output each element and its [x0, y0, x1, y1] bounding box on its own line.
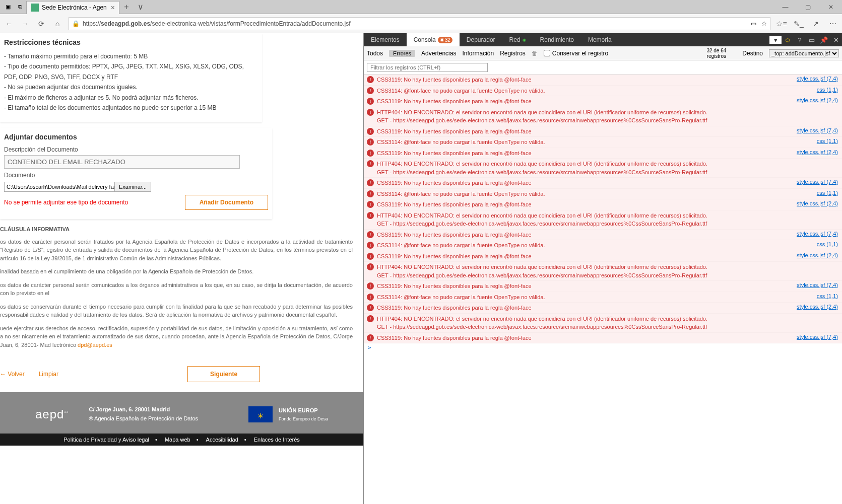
refresh-button[interactable]: ⟳	[36, 19, 46, 29]
minimize-button[interactable]: —	[774, 0, 797, 14]
filter-input[interactable]	[367, 63, 488, 72]
email-link[interactable]: dpd@aepd.es	[78, 342, 112, 348]
browse-button[interactable]: Examinar...	[115, 182, 151, 192]
destination-select[interactable]: _top: addDocumento.jsf	[769, 49, 839, 57]
reading-view-icon[interactable]: ▭	[751, 20, 756, 27]
log-source-link[interactable]: css (1,1)	[817, 190, 838, 196]
home-button[interactable]: ⌂	[52, 19, 62, 29]
clear-link[interactable]: Limpiar	[39, 371, 58, 378]
filter-todos[interactable]: Todos	[367, 50, 383, 57]
console-log-row[interactable]: !CSS3119: No hay fuentes disponibles par…	[364, 178, 842, 189]
log-source-link[interactable]: style.css.jsf (7,4)	[797, 231, 838, 237]
log-source-link[interactable]: style.css.jsf (7,4)	[797, 282, 838, 288]
file-path-input[interactable]: C:\Users\oscarh\Downloads\Mail delivery …	[4, 182, 115, 192]
console-prompt[interactable]: >	[364, 343, 842, 352]
browser-tab[interactable]: Sede Electrónica - Agen ×	[26, 1, 119, 14]
console-log-row[interactable]: !CSS3119: No hay fuentes disponibles par…	[364, 333, 842, 344]
address-bar[interactable]: 🔒 https://sedeagpd.gob.es/sede-electroni…	[69, 17, 770, 30]
chevron-down-icon[interactable]: ▾	[769, 36, 782, 44]
window-system-icon[interactable]: ▣	[2, 2, 14, 13]
legal-text: os datos de carácter personal serán trat…	[0, 238, 353, 263]
back-link[interactable]: ← Volver	[0, 371, 25, 378]
console-log-row[interactable]: !CSS3119: No hay fuentes disponibles par…	[364, 148, 842, 159]
console-log-row[interactable]: !CSS3114: @font-face no pudo cargar la f…	[364, 86, 842, 97]
console-output[interactable]: !CSS3119: No hay fuentes disponibles par…	[364, 75, 842, 504]
description-input[interactable]	[4, 155, 240, 169]
log-source-link[interactable]: style.css.jsf (7,4)	[797, 334, 838, 340]
footer-link[interactable]: Enlaces de Interés	[254, 437, 300, 443]
back-button[interactable]: ←	[4, 19, 14, 29]
add-document-button[interactable]: Añadir Documento	[185, 195, 268, 210]
page-content[interactable]: Restricciones técnicas - Tamaño máximo p…	[0, 33, 363, 504]
filter-errores[interactable]: Errores	[389, 50, 415, 57]
filter-registros[interactable]: Registros	[500, 50, 526, 57]
error-icon: !	[367, 109, 374, 116]
console-log-row[interactable]: !CSS3114: @font-face no pudo cargar la f…	[364, 292, 842, 303]
log-source-link[interactable]: style.css.jsf (7,4)	[797, 179, 838, 185]
log-source-link[interactable]: style.css.jsf (7,4)	[797, 127, 838, 133]
tab-elementos[interactable]: Elementos	[364, 33, 407, 46]
favorite-icon[interactable]: ☆	[761, 20, 767, 27]
dock-icon[interactable]: ▭	[806, 36, 818, 44]
filter-advertencias[interactable]: Advertencias	[421, 50, 456, 57]
error-icon: !	[367, 138, 374, 146]
tab-depurador[interactable]: Depurador	[460, 33, 502, 46]
console-log-row[interactable]: !CSS3114: @font-face no pudo cargar la f…	[364, 137, 842, 148]
console-log-row[interactable]: !CSS3119: No hay fuentes disponibles par…	[364, 251, 842, 262]
console-log-row[interactable]: !CSS3119: No hay fuentes disponibles par…	[364, 199, 842, 210]
footer-link[interactable]: Política de Privacidad y Aviso legal	[63, 437, 149, 443]
help-icon[interactable]: ?	[794, 36, 806, 44]
close-icon[interactable]: ×	[111, 4, 115, 12]
console-log-row[interactable]: !CSS3119: No hay fuentes disponibles par…	[364, 75, 842, 86]
log-source-link[interactable]: style.css.jsf (2,4)	[797, 304, 838, 310]
console-log-row[interactable]: !HTTP404: NO ENCONTRADO: el servidor no …	[364, 107, 842, 126]
new-tab-button[interactable]: +	[119, 3, 134, 12]
feedback-icon[interactable]: ☺	[782, 36, 794, 44]
close-devtools-icon[interactable]: ✕	[830, 36, 842, 44]
favorites-icon[interactable]: ☆≡	[776, 19, 787, 29]
forward-button[interactable]: →	[20, 19, 30, 29]
console-log-row[interactable]: !HTTP404: NO ENCONTRADO: el servidor no …	[364, 210, 842, 230]
log-source-link[interactable]: css (1,1)	[817, 241, 838, 247]
log-source-link[interactable]: style.css.jsf (2,4)	[797, 149, 838, 155]
next-button[interactable]: Siguiente	[187, 366, 260, 382]
console-log-row[interactable]: !CSS3114: @font-face no pudo cargar la f…	[364, 189, 842, 200]
share-icon[interactable]: ↗	[811, 19, 821, 29]
tab-consola[interactable]: Consola ✖32	[407, 33, 460, 46]
log-source-link[interactable]: style.css.jsf (2,4)	[797, 97, 838, 103]
console-log-row[interactable]: !CSS3119: No hay fuentes disponibles par…	[364, 281, 842, 292]
log-source-link[interactable]: css (1,1)	[817, 138, 838, 144]
console-log-row[interactable]: !CSS3114: @font-face no pudo cargar la f…	[364, 240, 842, 251]
clear-console-icon[interactable]: 🗑	[532, 50, 538, 57]
log-source-link[interactable]: style.css.jsf (2,4)	[797, 200, 838, 206]
console-log-row[interactable]: !CSS3119: No hay fuentes disponibles par…	[364, 96, 842, 107]
console-log-row[interactable]: !HTTP404: NO ENCONTRADO: el servidor no …	[364, 159, 842, 178]
maximize-button[interactable]: ▢	[797, 0, 819, 14]
console-log-row[interactable]: !CSS3119: No hay fuentes disponibles par…	[364, 230, 842, 241]
error-icon: !	[367, 179, 374, 186]
filter-informacion[interactable]: Información	[462, 50, 494, 57]
form-actions: ← Volver Limpiar Siguiente	[0, 360, 363, 392]
tabs-chevron-icon[interactable]: ∨	[134, 2, 148, 12]
preserve-log-checkbox[interactable]: Conservar el registro	[544, 50, 608, 57]
unpin-icon[interactable]: 📌	[818, 36, 830, 44]
console-log-row[interactable]: !HTTP404: NO ENCONTRADO: el servidor no …	[364, 262, 842, 281]
window-system-icon[interactable]: ⧉	[14, 2, 26, 13]
log-source-link[interactable]: style.css.jsf (2,4)	[797, 252, 838, 258]
console-log-row[interactable]: !HTTP404: NO ENCONTRADO: el servidor no …	[364, 314, 842, 333]
footer-link[interactable]: Mapa web	[165, 437, 190, 443]
log-source-link[interactable]: css (1,1)	[817, 87, 838, 93]
console-log-row[interactable]: !CSS3119: No hay fuentes disponibles par…	[364, 126, 842, 137]
tab-rendimiento[interactable]: Rendimiento	[533, 33, 581, 46]
log-message: HTTP404: NO ENCONTRADO: el servidor no e…	[377, 211, 838, 228]
log-message: CSS3114: @font-face no pudo cargar la fu…	[377, 241, 813, 250]
log-source-link[interactable]: style.css.jsf (7,4)	[797, 76, 838, 82]
footer-link[interactable]: Accesibilidad	[206, 437, 238, 443]
close-window-button[interactable]: ✕	[819, 0, 842, 14]
notes-icon[interactable]: ✎_	[794, 19, 804, 29]
console-log-row[interactable]: !CSS3119: No hay fuentes disponibles par…	[364, 303, 842, 314]
more-icon[interactable]: ⋯	[828, 19, 838, 29]
log-source-link[interactable]: css (1,1)	[817, 293, 838, 299]
tab-red[interactable]: Red ◉	[502, 33, 533, 46]
tab-memoria[interactable]: Memoria	[581, 33, 619, 46]
